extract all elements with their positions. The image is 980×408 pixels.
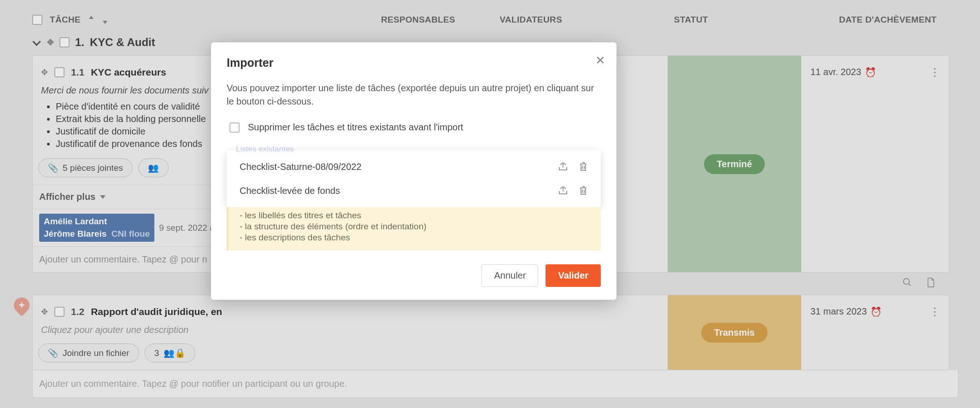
share-icon[interactable] (557, 162, 569, 172)
share-icon[interactable] (557, 186, 569, 196)
close-button[interactable]: ✕ (595, 53, 605, 68)
import-item-name: Checklist-levée de fonds (240, 186, 547, 196)
import-item-name: Checklist-Saturne-08/09/2022 (240, 162, 547, 172)
delete-existing-label: Supprimer les tâches et titres existants… (248, 122, 463, 133)
modal-desc: Vous pouvez importer une liste de tâches… (227, 82, 601, 108)
info-line: - les descriptions des tâches (240, 232, 601, 243)
import-list-item[interactable]: Checklist-Saturne-08/09/2022 (227, 155, 601, 179)
import-info-box: - les libellés des titres et tâches - la… (227, 207, 601, 251)
trash-icon[interactable] (579, 185, 588, 196)
import-list-dropdown: Checklist-Saturne-08/09/2022 Checklist-l… (227, 150, 601, 207)
cancel-button[interactable]: Annuler (481, 264, 538, 287)
existing-lists-label: Listes existantes (227, 145, 601, 154)
trash-icon[interactable] (579, 161, 588, 172)
modal-title: Importer (227, 56, 601, 70)
delete-existing-checkbox[interactable] (229, 122, 240, 133)
import-modal: ✕ Importer Vous pouvez importer une list… (211, 42, 616, 300)
validate-button[interactable]: Valider (546, 264, 601, 287)
info-line: - les libellés des titres et tâches (240, 210, 601, 221)
import-list-item[interactable]: Checklist-levée de fonds (227, 179, 601, 203)
info-line: - la structure des éléments (ordre et in… (240, 221, 601, 232)
